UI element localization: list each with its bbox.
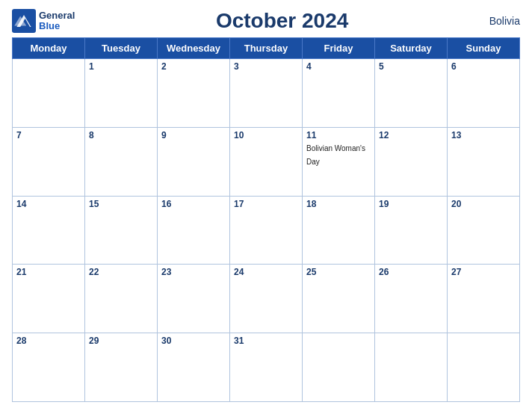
calendar-cell: 20	[448, 196, 520, 265]
day-number: 23	[161, 267, 226, 277]
calendar-cell: 26	[375, 265, 448, 333]
weekday-header-cell: Sunday	[448, 38, 520, 59]
day-number: 8	[89, 130, 153, 140]
weekday-header-cell: Monday	[13, 38, 85, 59]
calendar-week-row: 28293031	[13, 333, 520, 402]
day-number: 29	[89, 336, 153, 346]
day-number: 11	[306, 130, 371, 140]
day-number: 28	[16, 336, 81, 346]
day-number: 22	[89, 267, 153, 277]
calendar-cell: 7	[13, 127, 85, 196]
calendar-cell: 15	[85, 196, 158, 265]
calendar-cell: 21	[13, 265, 85, 333]
day-number: 1	[89, 61, 153, 72]
day-number: 19	[379, 199, 443, 209]
calendar-week-row: 123456	[13, 59, 520, 128]
weekday-header-cell: Tuesday	[85, 38, 158, 59]
day-number: 9	[161, 130, 226, 140]
calendar-cell: 3	[230, 59, 303, 128]
calendar-cell: 22	[85, 265, 158, 333]
day-number: 4	[306, 61, 371, 72]
weekday-header-cell: Wednesday	[158, 38, 230, 59]
day-number: 20	[451, 199, 516, 209]
calendar-cell: 28	[13, 333, 85, 402]
calendar-cell: 5	[375, 59, 448, 128]
calendar-week-row: 7891011Bolivian Woman's Day1213	[13, 127, 520, 196]
calendar-cell: 23	[158, 265, 230, 333]
calendar-cell: 1	[85, 59, 158, 128]
calendar-cell: 24	[230, 265, 303, 333]
day-number: 26	[379, 267, 443, 277]
calendar-cell	[13, 59, 85, 128]
country-label: Bolivia	[489, 15, 520, 27]
logo-icon	[12, 9, 36, 33]
calendar-cell: 17	[230, 196, 303, 265]
calendar-cell: 2	[158, 59, 230, 128]
day-number: 6	[451, 61, 516, 72]
calendar-cell	[448, 333, 520, 402]
day-number: 25	[306, 267, 371, 277]
calendar-cell: 12	[375, 127, 448, 196]
day-number: 15	[89, 199, 153, 209]
calendar-cell: 11Bolivian Woman's Day	[303, 127, 375, 196]
day-number: 31	[234, 336, 298, 346]
calendar-cell	[303, 333, 375, 402]
calendar-cell: 19	[375, 196, 448, 265]
weekday-header-row: MondayTuesdayWednesdayThursdayFridaySatu…	[13, 38, 520, 59]
calendar-title: October 2024	[75, 9, 489, 33]
day-number: 10	[234, 130, 298, 140]
calendar-cell: 13	[448, 127, 520, 196]
day-number: 24	[234, 267, 298, 277]
logo-text: General Blue	[39, 10, 75, 32]
calendar-cell: 18	[303, 196, 375, 265]
day-number: 21	[16, 267, 81, 277]
calendar-cell: 10	[230, 127, 303, 196]
logo: General Blue	[12, 9, 75, 33]
day-number: 16	[161, 199, 226, 209]
calendar-body: 1234567891011Bolivian Woman's Day1213141…	[13, 59, 520, 402]
day-number: 27	[451, 267, 516, 277]
day-number: 13	[451, 130, 516, 140]
calendar-page: General Blue October 2024 Bolivia Monday…	[0, 0, 532, 411]
calendar-week-row: 21222324252627	[13, 265, 520, 333]
weekday-header-cell: Saturday	[375, 38, 448, 59]
weekday-header-cell: Thursday	[230, 38, 303, 59]
calendar-cell: 30	[158, 333, 230, 402]
weekday-header-cell: Friday	[303, 38, 375, 59]
calendar-cell: 4	[303, 59, 375, 128]
day-number: 12	[379, 130, 443, 140]
calendar-cell: 9	[158, 127, 230, 196]
calendar-cell: 29	[85, 333, 158, 402]
day-number: 18	[306, 199, 371, 209]
calendar-cell: 27	[448, 265, 520, 333]
title-block: October 2024	[75, 9, 489, 33]
calendar-cell: 14	[13, 196, 85, 265]
calendar-cell: 31	[230, 333, 303, 402]
calendar-week-row: 14151617181920	[13, 196, 520, 265]
day-number: 14	[16, 199, 81, 209]
day-number: 5	[379, 61, 443, 72]
calendar-cell: 25	[303, 265, 375, 333]
event-label: Bolivian Woman's Day	[306, 144, 365, 166]
calendar-cell	[375, 333, 448, 402]
calendar-cell: 16	[158, 196, 230, 265]
calendar-cell: 8	[85, 127, 158, 196]
day-number: 3	[234, 61, 298, 72]
calendar-header: General Blue October 2024 Bolivia	[12, 9, 520, 33]
day-number: 30	[161, 336, 226, 346]
calendar-cell: 6	[448, 59, 520, 128]
day-number: 2	[161, 61, 226, 72]
day-number: 17	[234, 199, 298, 209]
calendar-table: MondayTuesdayWednesdayThursdayFridaySatu…	[12, 37, 520, 402]
day-number: 7	[16, 130, 81, 140]
logo-line1: General	[39, 10, 75, 21]
logo-line2: Blue	[39, 20, 60, 31]
